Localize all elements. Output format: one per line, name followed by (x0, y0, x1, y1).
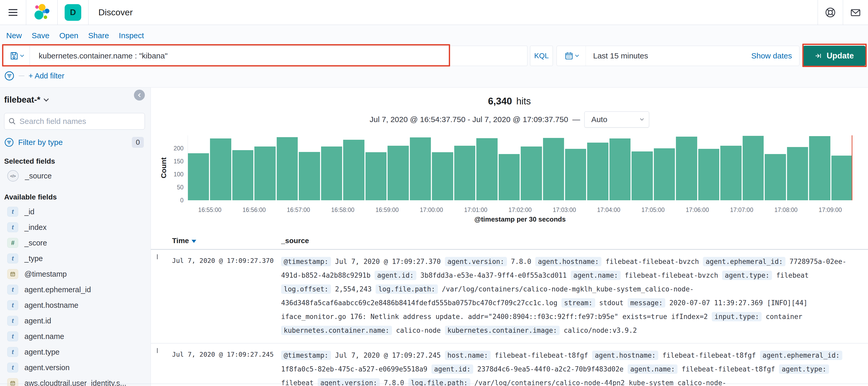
index-pattern-select[interactable]: filebeat-* (4, 95, 145, 105)
menu-button[interactable] (0, 0, 26, 25)
source-field-value: 2378d4c6-9ea5-44f0-a2c2-70b9f483d02e (477, 365, 624, 373)
histogram-bar[interactable] (454, 146, 475, 200)
expand-row-icon[interactable] (157, 254, 158, 259)
histogram-bar[interactable] (299, 152, 320, 200)
y-tick-label: 200 (174, 145, 184, 152)
header-divider (88, 0, 89, 25)
query-language-button[interactable]: KQL (530, 46, 553, 66)
field-item-_index[interactable]: t_index (4, 219, 145, 235)
field-search-input[interactable] (20, 117, 141, 126)
query-input[interactable] (30, 46, 527, 66)
histogram-bar[interactable] (587, 143, 608, 200)
field-item-_score[interactable]: #_score (4, 235, 145, 251)
field-item-@timestamp[interactable]: @timestamp (4, 266, 145, 282)
histogram-bar[interactable] (610, 139, 630, 200)
source-field-value: filebeat-filebeat-bvzch (625, 271, 718, 279)
update-button[interactable]: Update (803, 46, 865, 66)
filter-icon[interactable] (4, 71, 14, 81)
field-name: _score (24, 239, 47, 247)
histogram-bar[interactable] (388, 146, 409, 200)
field-name: _index (24, 223, 46, 232)
histogram-bar[interactable] (232, 150, 253, 200)
source-field-key: host.name: (445, 351, 491, 360)
histogram-bar[interactable] (831, 156, 852, 200)
hits-label: hits (516, 96, 531, 107)
x-tick-label: 16:56:00 (242, 207, 266, 213)
chart-plot-area[interactable] (188, 135, 852, 200)
selected-fields-list: </>_source (4, 168, 145, 184)
nav-link-save[interactable]: Save (32, 31, 49, 40)
nav-link-share[interactable]: Share (88, 31, 109, 40)
nav-link-open[interactable]: Open (59, 31, 78, 40)
histogram-bar[interactable] (366, 152, 386, 200)
field-item-agent.version[interactable]: tagent.version (4, 360, 145, 375)
histogram-bar[interactable] (210, 139, 231, 200)
interval-select[interactable]: Auto (584, 112, 649, 127)
histogram-bar[interactable] (565, 149, 586, 200)
source-field-value: filebeat-filebeat-bvzch (606, 258, 699, 265)
expand-cell[interactable] (157, 349, 172, 353)
field-item-agent.ephemeral_id[interactable]: tagent.ephemeral_id (4, 282, 145, 297)
help-button[interactable] (818, 0, 843, 25)
field-item-_type[interactable]: t_type (4, 251, 145, 266)
show-dates-button[interactable]: Show dates (751, 52, 799, 60)
field-item-agent.hostname[interactable]: tagent.hostname (4, 297, 145, 313)
field-item-agent.name[interactable]: tagent.name (4, 329, 145, 344)
source-field-key: @timestamp: (281, 351, 331, 360)
histogram-bar[interactable] (743, 136, 764, 200)
time-column-header[interactable]: Time (172, 237, 189, 245)
field-item-_source[interactable]: </>_source (4, 168, 145, 184)
x-tick-label: 17:04:00 (597, 207, 620, 213)
histogram-bar[interactable] (720, 146, 741, 200)
field-item-_id[interactable]: t_id (4, 204, 145, 219)
histogram-bar[interactable] (765, 154, 786, 200)
histogram-bar[interactable] (809, 136, 830, 200)
elastic-logo[interactable] (26, 0, 57, 25)
sort-descending-icon[interactable] (192, 240, 196, 243)
histogram-bar[interactable] (277, 137, 298, 200)
nav-link-inspect[interactable]: Inspect (119, 31, 144, 40)
histogram-bar[interactable] (698, 149, 719, 200)
histogram-bar[interactable] (343, 140, 364, 200)
histogram-bar[interactable] (410, 138, 431, 200)
source-field-key: agent.hostname: (592, 351, 658, 360)
available-fields-list: t_idt_index#_scoret_type@timestamptagent… (4, 204, 145, 386)
histogram-bar[interactable] (321, 147, 342, 200)
nav-link-new[interactable]: New (6, 31, 22, 40)
calendar-icon (564, 51, 574, 61)
collapse-sidebar-button[interactable] (134, 90, 145, 100)
expand-row-icon[interactable] (157, 348, 158, 353)
histogram-bar[interactable] (676, 137, 697, 200)
date-field-icon (7, 269, 18, 279)
table-row[interactable]: Jul 7, 2020 @ 17:09:27.245@timestamp: Ju… (151, 344, 868, 386)
histogram-bar[interactable] (254, 147, 275, 200)
histogram-bar[interactable] (521, 147, 542, 200)
field-item-aws.cloudtrail.user_identity.s...[interactable]: aws.cloudtrail.user_identity.s... (4, 375, 145, 386)
chevron-down-icon (20, 53, 24, 57)
table-header: Time _source (151, 234, 868, 249)
field-name: _type (24, 254, 43, 263)
time-range-value[interactable]: Last 15 minutes (586, 52, 751, 60)
histogram-bar[interactable] (188, 153, 209, 200)
histogram-bar[interactable] (631, 151, 653, 200)
source-field-value: filebeat (776, 271, 809, 279)
saved-query-menu-button[interactable] (3, 46, 30, 66)
add-filter-button[interactable]: + Add filter (29, 72, 64, 80)
field-item-agent.id[interactable]: tagent.id (4, 313, 145, 329)
source-field-key: agent.ephemeral_id: (703, 257, 785, 266)
filter-by-type-button[interactable]: Filter by type 0 (4, 137, 145, 148)
field-item-agent.type[interactable]: tagent.type (4, 344, 145, 360)
source-field-value: container (766, 313, 802, 321)
source-field-value: 7.8.0 (384, 379, 404, 386)
histogram-bar[interactable] (476, 138, 497, 200)
histogram-bar[interactable] (543, 138, 564, 200)
expand-cell[interactable] (157, 255, 172, 260)
histogram-bar[interactable] (499, 154, 520, 200)
histogram-bar[interactable] (654, 148, 675, 200)
newsfeed-button[interactable] (843, 0, 868, 25)
table-row[interactable]: Jul 7, 2020 @ 17:09:27.370@timestamp: Ju… (151, 249, 868, 344)
chevron-down-icon (640, 117, 644, 121)
histogram-bar[interactable] (432, 152, 453, 200)
histogram-bar[interactable] (787, 147, 808, 200)
date-picker-menu-button[interactable] (557, 46, 586, 66)
